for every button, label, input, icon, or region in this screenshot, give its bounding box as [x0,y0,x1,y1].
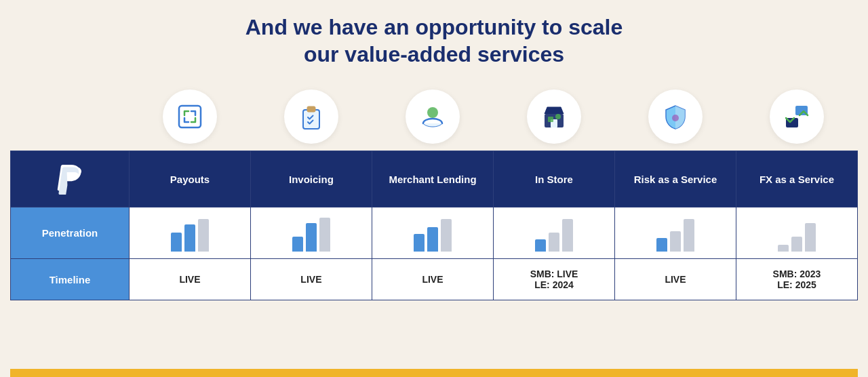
cell-penetration-row-1 [250,207,372,259]
bar [670,231,681,252]
page-wrapper: And we have an opportunity to scale our … [0,0,868,377]
icons-row-wrapper [10,83,858,151]
header-invoicing: Invoicing [250,151,372,207]
bar-chart [380,214,485,252]
main-table: Payouts Invoicing Merchant Lending In St… [10,151,858,300]
bar [171,233,182,252]
headline-line2: our value-added services [304,42,564,66]
svg-rect-0 [179,106,201,127]
logo-cell [11,151,130,207]
in-store-icon-cell [494,83,615,151]
cell-penetration-row-5 [736,207,857,259]
cell-timeline-row-1: LIVE [250,259,372,300]
merchant-lending-icon-cell [372,83,493,151]
header-row: Payouts Invoicing Merchant Lending In St… [11,151,858,207]
risk-icon [648,90,703,144]
cell-timeline-row-3: SMB: LIVELE: 2024 [494,259,615,300]
bar [292,237,303,252]
penetration-row-label: Penetration [11,207,130,259]
header-merchant-lending: Merchant Lending [372,151,493,207]
bar [306,223,317,252]
cell-penetration-row-2 [372,207,493,259]
bar-chart [745,214,849,252]
bar-chart [502,214,606,252]
payouts-icon [163,90,217,144]
cell-penetration-row-4 [615,207,736,259]
bar [427,227,438,252]
bar [535,239,546,252]
bar [441,219,452,252]
fx-icon-cell [736,83,858,151]
bar [184,224,195,252]
fx-icon [770,90,824,144]
bar [414,234,425,252]
bar [684,219,694,252]
cell-timeline-row-2: LIVE [372,259,493,300]
bar [656,238,667,252]
bar [778,245,789,252]
invoicing-icon [284,90,338,144]
header-fx-as-service: FX as a Service [736,151,857,207]
svg-point-8 [672,115,679,121]
cell-timeline-row-5: SMB: 2023LE: 2025 [736,259,857,300]
headline-line1: And we have an opportunity to scale [245,15,623,39]
payouts-icon-cell [129,83,250,151]
cell-penetration-row-0 [130,207,251,259]
cell-timeline-row-0: LIVE [130,259,251,300]
in-store-icon [527,90,581,144]
bar [562,219,573,252]
icons-container [129,83,858,151]
bar [319,218,330,252]
svg-rect-1 [303,110,319,129]
timeline-row-label: Timeline [11,259,130,300]
cell-timeline-row-4: LIVE [615,259,736,300]
paypal-logo [18,163,122,195]
bar-chart [623,214,728,252]
svg-rect-2 [307,106,315,112]
bar [805,223,816,252]
bottom-bar [10,369,858,377]
bar [549,233,559,252]
svg-rect-6 [548,117,553,122]
penetration-row: Penetration [11,207,858,259]
svg-point-3 [427,107,438,118]
risk-icon-cell [615,83,736,151]
header-payouts: Payouts [130,151,251,207]
bar-chart [259,214,363,252]
svg-point-7 [555,114,561,119]
bar [198,219,209,252]
timeline-row: TimelineLIVELIVELIVESMB: LIVELE: 2024LIV… [11,259,858,300]
bar [791,237,802,252]
merchant-lending-icon [406,90,460,144]
bar-chart [138,214,242,252]
header-in-store: In Store [494,151,615,207]
icon-spacer [10,83,129,151]
invoicing-icon-cell [250,83,372,151]
cell-penetration-row-3 [494,207,615,259]
header-risk-as-service: Risk as a Service [615,151,736,207]
headline: And we have an opportunity to scale our … [245,14,623,68]
